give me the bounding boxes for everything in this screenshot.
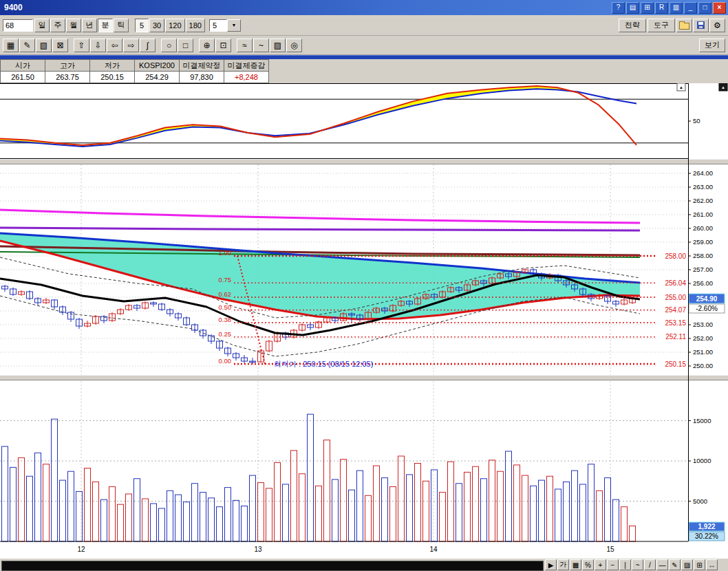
- text-tool-icon[interactable]: 가: [557, 559, 569, 570]
- folder-icon[interactable]: [676, 19, 692, 32]
- settings-icon[interactable]: ⚙: [709, 19, 725, 32]
- svg-text:0.50: 0.50: [219, 303, 232, 311]
- svg-text:5000: 5000: [693, 497, 707, 505]
- svg-text:252.11: 252.11: [665, 333, 686, 341]
- window-title: 9400: [4, 3, 23, 12]
- quote-header-5: 미결제증감: [224, 60, 269, 72]
- zoom-out-tool-icon[interactable]: −: [607, 559, 619, 570]
- erase-tool-icon[interactable]: ▨: [681, 559, 693, 570]
- quote-value-0: 261.50: [1, 72, 45, 83]
- chart-type-icon[interactable]: ▦: [3, 39, 19, 52]
- draw-tool-icon[interactable]: ✎: [19, 39, 35, 52]
- scroll-track[interactable]: [1, 561, 544, 571]
- quote-table: 시가고가저가KOSPI200미결제약정미결제증감261.50263.75250.…: [0, 59, 269, 83]
- panel-expand-button[interactable]: ▲: [719, 83, 727, 91]
- svg-text:최저가 : 250.15 (08/15 12:05): 최저가 : 250.15 (08/15 12:05): [274, 360, 373, 368]
- titlebar-buttons: ?▤⊞R▥_□×: [610, 2, 726, 14]
- maximize-button[interactable]: □: [698, 2, 711, 14]
- quote-value-5: +8,248: [224, 72, 269, 83]
- zoom-in-tool-icon[interactable]: +: [595, 559, 606, 570]
- svg-text:1.00: 1.00: [219, 249, 232, 257]
- r-button[interactable]: R: [655, 2, 668, 14]
- interval-button-120[interactable]: 120: [165, 19, 184, 32]
- pan-tool-icon[interactable]: ↔: [706, 559, 718, 570]
- tools-button[interactable]: 도구: [647, 19, 675, 32]
- scroll-up-icon[interactable]: ⇧: [74, 39, 89, 52]
- popup-button[interactable]: ⊞: [641, 2, 654, 14]
- period-button-1[interactable]: 주: [50, 19, 65, 32]
- svg-text:264.00: 264.00: [693, 169, 713, 177]
- help-button[interactable]: ?: [612, 2, 625, 14]
- wave-icon[interactable]: ~: [253, 39, 269, 52]
- play-button[interactable]: ▶: [545, 559, 557, 570]
- view-button[interactable]: 보기: [699, 39, 725, 52]
- svg-text:10000: 10000: [693, 457, 711, 464]
- svg-text:12: 12: [77, 546, 85, 553]
- scroll-right-icon[interactable]: ⇨: [123, 39, 139, 52]
- period-button-0[interactable]: 일: [34, 19, 50, 32]
- quote-header-4: 미결제약정: [180, 60, 224, 72]
- circle-tool-icon[interactable]: ○: [161, 39, 177, 52]
- edit-chart-icon[interactable]: ▧: [36, 39, 52, 52]
- scroll-up-button[interactable]: ▲: [677, 83, 685, 91]
- chevron-down-icon[interactable]: ▼: [227, 19, 241, 32]
- code-input[interactable]: [3, 19, 33, 32]
- strategy-button[interactable]: 전략: [619, 19, 646, 32]
- period-button-4[interactable]: 분: [98, 19, 113, 32]
- svg-text:▲: ▲: [721, 85, 725, 89]
- save-icon[interactable]: [693, 19, 709, 32]
- block-tool-icon[interactable]: ▩: [570, 559, 581, 570]
- board-button[interactable]: ▤: [626, 2, 639, 14]
- interval-button-5[interactable]: 5: [135, 19, 149, 32]
- svg-text:260.00: 260.00: [693, 224, 713, 232]
- folder-icon: [679, 23, 689, 30]
- current-price-badge: 254.90-2.60%: [689, 294, 725, 313]
- config-icon[interactable]: ◎: [286, 39, 302, 52]
- scroll-down-icon[interactable]: ⇩: [90, 39, 106, 52]
- pattern-icon[interactable]: ▨: [270, 39, 286, 52]
- quote-header-2: 저가: [90, 60, 135, 72]
- note-tool-icon[interactable]: ⊞: [694, 559, 705, 570]
- close-button[interactable]: ×: [713, 2, 726, 14]
- square-tool-icon[interactable]: □: [178, 39, 193, 52]
- period-button-2[interactable]: 월: [66, 19, 81, 32]
- period-button-5[interactable]: 틱: [114, 19, 129, 32]
- delete-tool-icon[interactable]: ⊠: [52, 39, 68, 52]
- hline-tool-icon[interactable]: —: [656, 559, 668, 570]
- svg-text:256.00: 256.00: [693, 279, 713, 287]
- toolbar-icon-group: ⚙: [676, 19, 725, 32]
- svg-text:14: 14: [429, 546, 438, 553]
- period-button-3[interactable]: 년: [82, 19, 97, 32]
- vline-tool-icon[interactable]: |: [619, 559, 631, 570]
- draw-tool-icon[interactable]: ✎: [669, 559, 681, 570]
- svg-text:256.04: 256.04: [665, 279, 686, 287]
- svg-text:259.00: 259.00: [693, 238, 713, 246]
- indicator-icon[interactable]: ∫: [140, 39, 156, 52]
- chart-canvas[interactable]: 501.00258.000.75256.040.62255.000.50254.…: [0, 83, 728, 558]
- interval-combo[interactable]: 5 ▼: [209, 19, 241, 32]
- scroll-left-icon[interactable]: ⇦: [107, 39, 122, 52]
- layout-button[interactable]: ▥: [670, 2, 683, 14]
- quote-header-3: KOSPI200: [135, 60, 180, 72]
- svg-text:13: 13: [254, 546, 262, 553]
- save-icon: [697, 21, 705, 29]
- volume-badge: 1,92230.22%: [689, 522, 725, 541]
- trend-tool-icon[interactable]: /: [644, 559, 656, 570]
- svg-text:262.00: 262.00: [693, 197, 713, 204]
- period-button-group: 일주월년분틱: [34, 19, 129, 32]
- interval-button-180[interactable]: 180: [186, 19, 205, 32]
- zoom-in-icon[interactable]: ⊕: [199, 39, 215, 52]
- svg-text:15: 15: [606, 546, 614, 553]
- svg-text:251.00: 251.00: [693, 348, 713, 356]
- toolbar-secondary: ▦✎▧⊠⇧⇩⇦⇨∫○□⊕⊡≈~▨◎ 보기: [0, 36, 728, 55]
- percent-tool-icon[interactable]: %: [582, 559, 594, 570]
- svg-text:258.00: 258.00: [693, 252, 713, 259]
- svg-text:0.75: 0.75: [219, 276, 232, 283]
- curve-tool-icon[interactable]: ~: [632, 559, 643, 570]
- quote-header-0: 시가: [1, 60, 45, 72]
- compare-icon[interactable]: ≈: [237, 39, 253, 52]
- interval-button-30[interactable]: 30: [149, 19, 164, 32]
- zoom-area-icon[interactable]: ⊡: [215, 39, 231, 52]
- minimize-button[interactable]: _: [684, 2, 697, 14]
- interval-button-group: 530120180: [135, 19, 205, 32]
